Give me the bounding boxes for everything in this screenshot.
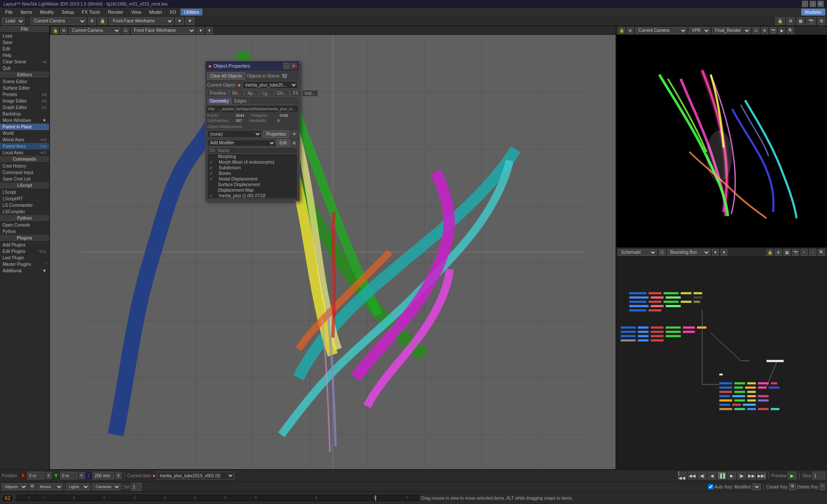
modifier-morphing[interactable]: Morphing [208,154,297,159]
sidebar-last-plugin[interactable]: Last Plugin [0,255,49,261]
properties-btn[interactable]: Properties [263,131,289,138]
render-final-dropdown[interactable]: Final_Render [712,27,751,34]
schematic-extra2[interactable]: ▼ [721,249,728,256]
menu-view[interactable]: View [127,9,145,16]
sidebar-edit-plugins[interactable]: Edit Plugins°F11 [0,248,49,255]
play-start-btn[interactable]: |◀◀ [678,472,687,479]
sidebar-presets[interactable]: PresetsF8 [0,91,49,98]
schematic-canvas[interactable] [616,257,827,469]
current-item-dropdown[interactable]: inertia_plus_tube2019_v002 (9) [157,472,234,479]
bounding-box-dropdown[interactable]: Bounding Box [667,249,710,256]
sidebar-cmd-history[interactable]: Cmd History [0,163,49,169]
menu-model[interactable]: Model [146,9,165,16]
schematic-minus[interactable]: − [809,249,816,256]
render-extra4[interactable]: ▶ [778,27,785,34]
modifier-subdivision[interactable]: ✓ Subdivision [208,165,297,171]
sidebar-parent-axes[interactable]: Parent Axes+F6 [0,143,49,149]
sidebar-open-console[interactable]: Open Console [0,222,49,228]
maximize-button[interactable]: □ [810,1,816,7]
tab-lg[interactable]: Lg... [260,90,273,96]
x-value-input[interactable] [27,472,44,479]
toolbar-icon2[interactable]: ⚙ [787,17,795,25]
sidebar-graph-editor[interactable]: Graph EditorF2 [0,104,49,111]
render-vp-settings[interactable]: ⚙ [627,27,634,34]
objects-dropdown[interactable]: Objects [2,483,28,490]
vp-arrow-icon[interactable]: ▼ [197,27,204,34]
objects-toggle[interactable]: ⊞ [29,483,36,490]
vp-checkbox-icon[interactable]: ☑ [122,27,129,34]
play-end-btn[interactable]: ▶▶| [757,472,766,479]
preview-play-btn[interactable]: ▶ [788,472,796,479]
replacement-settings-icon[interactable]: ⚙ [291,131,298,137]
x-e-btn[interactable]: E [46,472,52,479]
play-step-back-btn[interactable]: ◀| [698,472,706,479]
sidebar-lscript-rt[interactable]: LScript/RT [0,196,49,202]
sidebar-parent-in-place[interactable]: Parent in Place [0,124,49,130]
play-step-fwd-btn[interactable]: |▶ [737,472,746,479]
sidebar-master-plugins[interactable]: Master Plugins° [0,261,49,268]
sidebar-ls-commander[interactable]: LS Commander [0,202,49,208]
autokey-checkbox[interactable] [708,484,713,489]
viewport-extra-btn[interactable]: ▼ [186,17,194,25]
schematic-settings[interactable]: ⚙ [775,249,782,256]
sidebar-load[interactable]: Load [0,33,49,39]
sidebar-save[interactable]: Save [0,39,49,46]
play-back-btn[interactable]: ◀ [708,472,716,479]
toolbar-icon5[interactable]: ⊞ [818,17,825,25]
tab-primitive[interactable]: Primitive [207,90,229,96]
sidebar-lscript[interactable]: LScript [0,189,49,196]
modifier-disp-map[interactable]: Displacement Map [208,187,297,193]
render-canvas[interactable] [616,35,827,247]
main-viewport-canvas[interactable] [50,35,616,469]
vp-settings-icon[interactable]: ⚙ [60,27,67,34]
replacement-dropdown[interactable]: (none) [207,130,261,138]
sidebar-command-input[interactable]: Command Input [0,169,49,176]
schematic-cam[interactable]: 📷 [792,249,799,256]
sidebar-save-cmd-list[interactable]: Save Cmd List [0,176,49,182]
render-mode-dropdown[interactable]: VPR [689,27,710,34]
autokey-dropdown[interactable]: ▼ [752,483,761,490]
camera-dropdown[interactable]: Current Camera [30,17,86,25]
edit-modifier-btn[interactable]: Edit [277,139,290,146]
lights-dropdown[interactable]: Lights [66,483,90,490]
render-viewport[interactable]: 🔒 ⚙ Current Camera VPR Final_Render ☑ ⚙ [616,26,827,248]
close-button[interactable]: ✕ [818,1,824,7]
sidebar-more-windows[interactable]: More Windows▼ [0,117,49,124]
create-key-btn[interactable]: ⊞ [789,483,796,490]
schematic-search[interactable]: 🔍 [818,249,825,256]
play-next-btn[interactable]: ▶▶ [747,472,756,479]
sidebar-lscompiler[interactable]: LSCompiler [0,208,49,215]
menu-modify[interactable]: Modify [37,9,57,16]
render-extra1[interactable]: ☑ [752,27,759,34]
modifier-surface-disp[interactable]: Surface Displacement [208,182,297,187]
schematic-dropdown[interactable]: Schematic [618,249,657,256]
minimize-button[interactable]: − [802,1,808,7]
tab-ap[interactable]: Ap... [245,90,259,96]
schematic-checkbox[interactable]: ☑ [659,249,665,256]
sidebar-world[interactable]: World [0,130,49,137]
modeler-button[interactable]: Modeler [801,9,825,16]
sidebar-edit[interactable]: Edit [0,46,49,52]
render-extra5[interactable]: 🔍 [787,27,794,34]
sidebar-scene-editor[interactable]: Scene Editor [0,78,49,85]
render-vp-lock[interactable]: 🔒 [618,27,625,34]
tab-geometry[interactable]: Geometry [207,98,232,104]
vp-extra-icon[interactable]: ▼ [206,27,213,34]
sidebar-local-axes[interactable]: Local Axes+F7 [0,149,49,156]
menu-io[interactable]: I/O [166,9,180,16]
toolbar-icon3[interactable]: ▦ [796,17,805,25]
menu-utilities[interactable]: Utilities [180,9,202,16]
load-dropdown[interactable]: Load [2,17,25,25]
z-value-input[interactable] [93,472,114,479]
tab-edges[interactable]: Edges [232,98,249,104]
dialog-close-btn[interactable]: ✕ [291,63,297,69]
z-e-btn[interactable]: E [115,472,121,479]
sidebar-backdrop[interactable]: Backdrop [0,111,49,117]
render-extra2[interactable]: ⚙ [761,27,768,34]
tab-inst[interactable]: Inst... [302,90,317,96]
vp-mode-dropdown[interactable]: Front Face Wireframe [131,27,196,34]
sidebar-add-plugins[interactable]: Add Plugins [0,242,49,248]
delete-key-btn[interactable]: × [820,483,825,490]
camera-settings-btn[interactable]: ⚙ [88,17,96,25]
viewport-arrow-btn[interactable]: ▼ [175,17,184,25]
